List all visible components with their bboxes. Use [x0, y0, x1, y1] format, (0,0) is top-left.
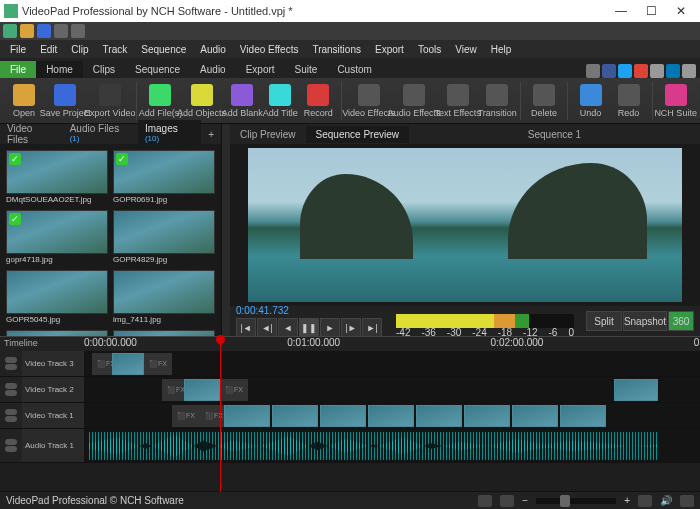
media-thumb[interactable]: GOPR5045.jpg — [6, 270, 108, 325]
fx-box[interactable]: ⬛FX — [172, 405, 200, 427]
timeline-clip[interactable] — [368, 405, 414, 427]
minimize-button[interactable]: — — [606, 1, 636, 21]
timeline-clip[interactable] — [464, 405, 510, 427]
menu-clip[interactable]: Clip — [65, 42, 94, 57]
track-body[interactable]: ⬛FX⬛FX — [84, 351, 700, 376]
undo-button[interactable]: Undo — [573, 82, 609, 120]
audio-waveform[interactable] — [89, 432, 659, 460]
view-mode-icon[interactable] — [478, 495, 492, 507]
add-blank-button[interactable]: Add Blank — [224, 82, 260, 120]
ribbon-tab-sequence[interactable]: Sequence — [125, 61, 190, 78]
ribbon-tab-suite[interactable]: Suite — [285, 61, 328, 78]
qa-icon[interactable] — [20, 24, 34, 38]
qa-icon[interactable] — [54, 24, 68, 38]
add-bin-tab[interactable]: + — [201, 126, 221, 143]
redo-button[interactable]: Redo — [611, 82, 647, 120]
ribbon-tab-audio[interactable]: Audio — [190, 61, 236, 78]
google-icon[interactable] — [634, 64, 648, 78]
timeline-clip[interactable] — [184, 379, 220, 401]
close-button[interactable]: ✕ — [666, 1, 696, 21]
clip-preview-tab[interactable]: Clip Preview — [230, 126, 306, 143]
menu-view[interactable]: View — [449, 42, 483, 57]
play-button[interactable]: ► — [320, 318, 340, 338]
fit-icon[interactable] — [638, 495, 652, 507]
menu-tools[interactable]: Tools — [412, 42, 447, 57]
snapshot-button[interactable]: Snapshot — [623, 311, 667, 331]
menu-help[interactable]: Help — [485, 42, 518, 57]
media-thumb[interactable]: img_7411.jpg — [113, 270, 215, 325]
add-objects-button[interactable]: Add Objects — [181, 82, 222, 120]
help-icon[interactable] — [682, 64, 696, 78]
menu-transitions[interactable]: Transitions — [306, 42, 367, 57]
menu-edit[interactable]: Edit — [34, 42, 63, 57]
track-controls[interactable] — [0, 377, 22, 402]
export-video-button[interactable]: Export Video — [88, 82, 131, 120]
linkedin-icon[interactable] — [666, 64, 680, 78]
social-icon[interactable] — [586, 64, 600, 78]
timeline-clip[interactable] — [512, 405, 558, 427]
open-button[interactable]: Open — [6, 82, 42, 120]
media-thumb[interactable]: ✓DMqtSOUEAAO2ET.jpg — [6, 150, 108, 205]
zoom-out-icon[interactable]: − — [522, 495, 528, 506]
qa-icon[interactable] — [37, 24, 51, 38]
transition-button[interactable]: Transition — [479, 82, 515, 120]
zoom-in-icon[interactable]: + — [624, 495, 630, 506]
menu-export[interactable]: Export — [369, 42, 410, 57]
ribbon-tab-home[interactable]: Home — [36, 61, 83, 78]
timeline-clip[interactable] — [614, 379, 658, 401]
timeline-ruler[interactable]: 0:00:00.0000:01:00.0000:02:00.0000:03:00… — [84, 337, 700, 351]
fx-box[interactable]: ⬛FX — [220, 379, 248, 401]
facebook-icon[interactable] — [602, 64, 616, 78]
tools-icon[interactable] — [650, 64, 664, 78]
360-button[interactable]: 360 — [668, 311, 694, 331]
view-mode-icon[interactable] — [500, 495, 514, 507]
ribbon-tab-custom[interactable]: Custom — [327, 61, 381, 78]
add-file-s--button[interactable]: Add File(s) — [142, 82, 179, 120]
timeline-clip[interactable] — [112, 353, 144, 375]
nch-suite-button[interactable]: NCH Suite — [657, 82, 694, 120]
timeline-clip[interactable] — [560, 405, 606, 427]
split-button[interactable]: Split — [586, 311, 622, 331]
menu-sequence[interactable]: Sequence — [135, 42, 192, 57]
track-body[interactable] — [84, 429, 700, 462]
menu-video-effects[interactable]: Video Effects — [234, 42, 305, 57]
delete-button[interactable]: Delete — [526, 82, 562, 120]
maximize-button[interactable]: ☐ — [636, 1, 666, 21]
media-thumb[interactable]: GOPR4829.jpg — [113, 210, 215, 265]
qa-icon[interactable] — [71, 24, 85, 38]
timeline-clip[interactable] — [416, 405, 462, 427]
fx-box[interactable]: ⬛FX — [144, 353, 172, 375]
sequence-preview-tab[interactable]: Sequence Preview — [306, 126, 409, 143]
timeline-clip[interactable] — [224, 405, 270, 427]
ribbon-tab-clips[interactable]: Clips — [83, 61, 125, 78]
menu-audio[interactable]: Audio — [194, 42, 232, 57]
video-effects-button[interactable]: Video Effects — [347, 82, 391, 120]
timeline-clip[interactable] — [320, 405, 366, 427]
text-effects-button[interactable]: Text Effects — [438, 82, 477, 120]
volume-icon[interactable]: 🔊 — [660, 495, 672, 506]
twitter-icon[interactable] — [618, 64, 632, 78]
timeline-clip[interactable] — [272, 405, 318, 427]
menu-file[interactable]: File — [4, 42, 32, 57]
track-body[interactable]: ⬛FX⬛FX — [84, 377, 700, 402]
goto-end-button[interactable]: ►| — [362, 318, 382, 338]
step-back-button[interactable]: ◄| — [257, 318, 277, 338]
media-thumb[interactable]: ✓GOPR0691.jpg — [113, 150, 215, 205]
splitter[interactable] — [222, 124, 230, 336]
track-controls[interactable] — [0, 351, 22, 376]
audio-effects-button[interactable]: Audio Effects — [392, 82, 436, 120]
track-controls[interactable] — [0, 403, 22, 428]
qa-icon[interactable] — [3, 24, 17, 38]
playhead[interactable] — [220, 337, 221, 492]
record-button[interactable]: Record — [300, 82, 336, 120]
zoom-slider[interactable] — [536, 498, 616, 504]
add-title-button[interactable]: Add Title — [262, 82, 298, 120]
goto-start-button[interactable]: |◄ — [236, 318, 256, 338]
settings-icon[interactable] — [680, 495, 694, 507]
file-tab[interactable]: File — [0, 61, 36, 78]
media-thumb[interactable]: ✓gopr4718.jpg — [6, 210, 108, 265]
ribbon-tab-export[interactable]: Export — [236, 61, 285, 78]
menu-track[interactable]: Track — [97, 42, 134, 57]
prev-button[interactable]: ◄ — [278, 318, 298, 338]
track-controls[interactable] — [0, 429, 22, 462]
